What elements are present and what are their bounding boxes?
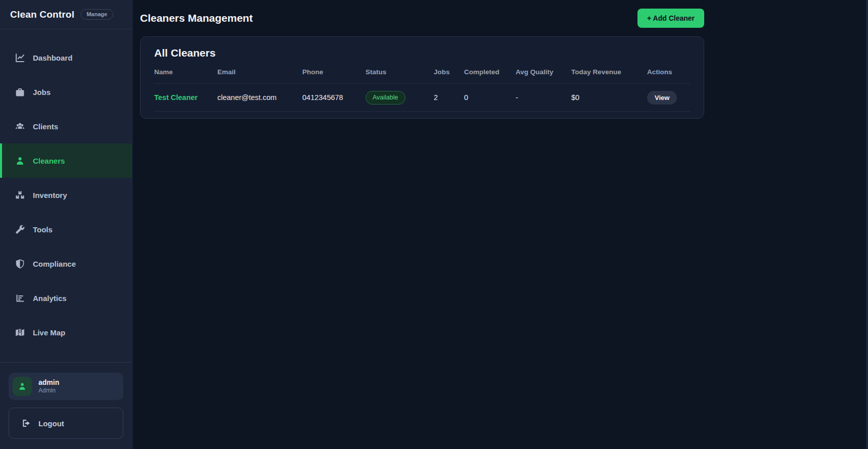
- column-header-completed: Completed: [464, 68, 516, 76]
- column-header-avg-quality: Avg Quality: [516, 68, 571, 76]
- sidebar-item-label: Inventory: [33, 191, 67, 199]
- briefcase-icon: [15, 87, 25, 97]
- shield-icon: [15, 259, 25, 269]
- sidebar-item-label: Dashboard: [33, 54, 72, 62]
- sidebar-item-compliance[interactable]: Compliance: [0, 246, 132, 281]
- cleaner-jobs: 2: [434, 93, 464, 102]
- cleaner-email: cleaner@test.com: [217, 93, 302, 102]
- sidebar-item-analytics[interactable]: Analytics: [0, 281, 132, 315]
- cleaner-name-link[interactable]: Test Cleaner: [154, 93, 217, 102]
- sidebar-item-label: Analytics: [33, 294, 67, 303]
- sidebar-item-label: Jobs: [33, 88, 51, 96]
- user-icon: [15, 156, 25, 166]
- scrollbar[interactable]: [866, 0, 868, 449]
- column-header-email: Email: [217, 68, 302, 76]
- sidebar-item-label: Cleaners: [33, 157, 65, 165]
- sidebar-bottom: admin Admin Logout: [0, 362, 132, 449]
- cleaner-today-revenue: $0: [571, 93, 647, 102]
- avatar: [13, 377, 32, 396]
- card-title: All Cleaners: [154, 37, 690, 59]
- sidebar-item-jobs[interactable]: Jobs: [0, 75, 132, 109]
- logout-label: Logout: [38, 419, 64, 428]
- brand-name: Clean Control: [10, 9, 74, 20]
- boxes-icon: [15, 190, 25, 201]
- cleaner-completed: 0: [464, 93, 516, 102]
- chart-line-icon: [15, 53, 25, 63]
- sidebar-item-tools[interactable]: Tools: [0, 212, 132, 246]
- main-content: Cleaners Management + Add Cleaner All Cl…: [132, 0, 868, 449]
- wrench-icon: [15, 224, 25, 235]
- manage-badge: Manage: [80, 9, 113, 20]
- sidebar-nav: Dashboard Jobs Clients Cleaners: [0, 29, 132, 362]
- table-header-row: Name Email Phone Status Jobs Completed A…: [154, 68, 690, 84]
- sidebar-item-label: Compliance: [33, 260, 76, 268]
- column-header-name: Name: [154, 68, 217, 76]
- logo-bar: Clean Control Manage: [0, 0, 132, 29]
- add-cleaner-button[interactable]: + Add Cleaner: [637, 9, 704, 28]
- cleaners-table: Name Email Phone Status Jobs Completed A…: [154, 68, 690, 112]
- column-header-phone: Phone: [302, 68, 366, 76]
- sidebar-item-label: Tools: [33, 225, 53, 234]
- sidebar-item-inventory[interactable]: Inventory: [0, 178, 132, 212]
- app-window: Clean Control Manage Dashboard Jobs: [0, 0, 868, 449]
- all-cleaners-card: All Cleaners Name Email Phone Status Job…: [140, 36, 704, 119]
- column-header-actions: Actions: [647, 68, 690, 76]
- logout-button[interactable]: Logout: [9, 408, 123, 439]
- map-icon: [15, 327, 25, 338]
- user-card: admin Admin: [9, 373, 123, 400]
- column-header-status: Status: [366, 68, 434, 76]
- users-icon: [15, 121, 25, 132]
- column-header-jobs: Jobs: [434, 68, 464, 76]
- sidebar: Clean Control Manage Dashboard Jobs: [0, 0, 132, 449]
- user-role: Admin: [38, 387, 59, 394]
- sidebar-item-cleaners[interactable]: Cleaners: [0, 143, 132, 178]
- sidebar-item-live-map[interactable]: Live Map: [0, 315, 132, 350]
- table-row: Test Cleaner cleaner@test.com 0412345678…: [154, 84, 690, 112]
- sidebar-item-dashboard[interactable]: Dashboard: [0, 40, 132, 75]
- status-badge: Available: [366, 91, 405, 105]
- cleaner-phone: 0412345678: [302, 93, 366, 102]
- page-header: Cleaners Management + Add Cleaner: [140, 0, 704, 36]
- bar-chart-icon: [15, 293, 25, 304]
- page-title: Cleaners Management: [140, 12, 253, 24]
- sign-out-icon: [21, 418, 31, 428]
- sidebar-item-clients[interactable]: Clients: [0, 109, 132, 143]
- sidebar-item-label: Clients: [33, 122, 58, 131]
- user-name: admin: [38, 378, 59, 387]
- sidebar-item-label: Live Map: [33, 328, 65, 337]
- view-button[interactable]: View: [647, 91, 677, 105]
- cleaner-avg-quality: -: [516, 93, 571, 102]
- column-header-today-revenue: Today Revenue: [571, 68, 647, 76]
